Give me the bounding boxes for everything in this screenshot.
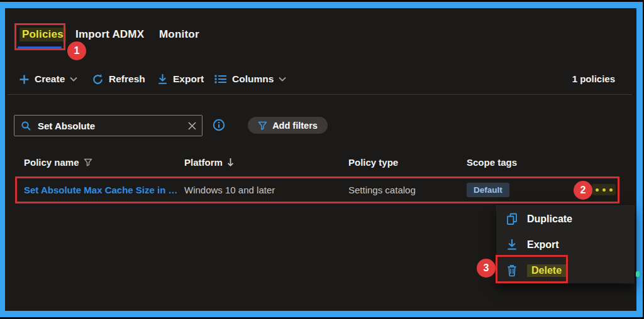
export-button[interactable]: Export <box>157 71 204 87</box>
columns-button-label: Columns <box>232 73 274 85</box>
menu-item-export[interactable]: Export <box>497 232 634 257</box>
policy-type-cell: Settings catalog <box>348 185 416 195</box>
tab-policies-active-indicator <box>18 46 62 49</box>
refresh-button[interactable]: Refresh <box>92 71 145 87</box>
column-header-policy-type[interactable]: Policy type <box>348 157 398 168</box>
capture-handle-dot <box>636 271 640 277</box>
create-button[interactable]: Create <box>19 71 77 87</box>
create-button-label: Create <box>35 73 65 85</box>
search-input[interactable] <box>36 120 182 132</box>
tab-policies[interactable]: Policies <box>19 28 66 41</box>
tab-monitor[interactable]: Monitor <box>159 28 199 41</box>
menu-item-label: Duplicate <box>527 214 572 225</box>
trash-icon <box>506 264 518 277</box>
platform-cell: Windows 10 and later <box>184 185 275 195</box>
menu-item-duplicate[interactable]: Duplicate <box>497 206 634 232</box>
columns-icon <box>214 74 227 84</box>
info-icon[interactable] <box>213 119 225 131</box>
refresh-icon <box>92 73 104 85</box>
add-filters-label: Add filters <box>272 121 318 131</box>
search-box[interactable] <box>14 115 203 136</box>
column-label: Policy name <box>24 157 79 168</box>
table-row[interactable]: Set Absolute Max Cache Size in … Windows… <box>15 176 619 203</box>
row-context-menu: Duplicate Export Delete <box>497 206 634 283</box>
search-icon <box>21 121 31 131</box>
chevron-down-icon <box>279 77 286 82</box>
column-label: Scope tags <box>467 157 517 168</box>
refresh-button-label: Refresh <box>109 73 145 85</box>
download-icon <box>157 73 168 85</box>
export-button-label: Export <box>173 73 204 85</box>
column-header-platform[interactable]: Platform <box>184 157 234 168</box>
columns-button[interactable]: Columns <box>214 71 286 87</box>
clear-icon[interactable] <box>187 121 197 131</box>
column-label: Platform <box>184 157 223 168</box>
filter-funnel-icon <box>84 158 92 166</box>
download-icon <box>506 239 518 251</box>
toolbar-divider <box>8 94 632 95</box>
tab-import-admx[interactable]: Import ADMX <box>75 28 144 41</box>
menu-item-label: Delete <box>527 264 566 277</box>
add-filters-button[interactable]: Add filters <box>248 117 328 134</box>
chevron-down-icon <box>70 77 77 82</box>
scope-tag-badge: Default <box>467 183 509 197</box>
column-label: Policy type <box>348 157 398 168</box>
policy-count: 1 policies <box>572 73 615 84</box>
menu-item-delete[interactable]: Delete <box>497 257 634 283</box>
menu-item-label: Export <box>527 239 559 251</box>
duplicate-icon <box>506 213 518 225</box>
plus-icon <box>19 74 30 85</box>
more-options-icon[interactable] <box>592 184 616 195</box>
policy-name-link[interactable]: Set Absolute Max Cache Size in … <box>24 185 178 195</box>
column-header-scope-tags[interactable]: Scope tags <box>467 157 517 168</box>
sort-descending-icon <box>227 158 234 167</box>
column-header-policy-name[interactable]: Policy name <box>24 157 92 168</box>
filter-funnel-icon <box>258 121 267 130</box>
